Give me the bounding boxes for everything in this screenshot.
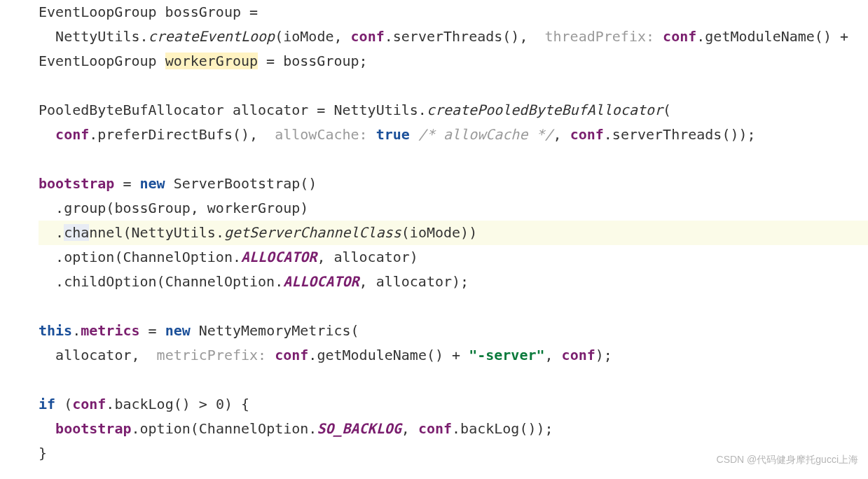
token-field: metrics [81, 322, 139, 339]
token-field: conf [351, 28, 385, 45]
token-field: conf [72, 396, 106, 412]
token-str: "-server" [469, 347, 544, 363]
token-field: conf [418, 420, 452, 437]
code-line[interactable]: PooledByteBufAllocator allocator = Netty… [39, 98, 868, 123]
token-field: conf [562, 347, 595, 363]
token-hint: threadPrefix: [545, 28, 655, 45]
code-editor[interactable]: EventLoopGroup bossGroup = NettyUtils.cr… [0, 0, 868, 466]
token-hint: allowCache: [275, 126, 367, 143]
code-line[interactable] [39, 147, 868, 172]
code-line[interactable]: .option(ChannelOption.ALLOCATOR, allocat… [39, 245, 868, 270]
code-line[interactable] [39, 368, 868, 392]
token-hint: metricPrefix: [157, 347, 267, 363]
code-line[interactable]: NettyUtils.createEventLoop(ioMode, conf.… [39, 25, 868, 49]
token-kw: new [165, 322, 191, 339]
token-kw: new [140, 175, 165, 192]
token-const: ALLOCATOR [241, 249, 317, 265]
token-field: bootstrap [39, 175, 114, 192]
token-const: ALLOCATOR [283, 273, 359, 290]
token-field: bootstrap [55, 420, 131, 437]
token-const: SO_BACKLOG [317, 420, 401, 437]
token-field: conf [570, 126, 604, 143]
code-line[interactable] [39, 294, 868, 319]
code-line[interactable]: .channel(NettyUtils.getServerChannelClas… [39, 221, 868, 245]
token-ital: createPooledByteBufAllocator [427, 102, 663, 118]
code-line[interactable]: this.metrics = new NettyMemoryMetrics( [39, 319, 868, 343]
code-line[interactable]: .group(bossGroup, workerGroup) [39, 196, 868, 221]
code-line[interactable]: EventLoopGroup bossGroup = [39, 0, 868, 25]
token-kw: this [39, 322, 72, 339]
code-line[interactable]: if (conf.backLog() > 0) { [39, 392, 868, 417]
code-line[interactable]: allocator, metricPrefix: conf.getModuleN… [39, 343, 868, 368]
token-field: conf [663, 28, 696, 45]
token-kw: if [39, 396, 55, 412]
token-field: conf [55, 126, 89, 143]
code-line[interactable]: EventLoopGroup workerGroup = bossGroup; [39, 49, 868, 74]
token-ital: getServerChannelClass [224, 224, 401, 241]
token-kw: true [376, 126, 410, 143]
code-line[interactable]: bootstrap.option(ChannelOption.SO_BACKLO… [39, 417, 868, 441]
token-cmt: /* allowCache */ [418, 126, 553, 143]
code-line[interactable]: bootstrap = new ServerBootstrap() [39, 172, 868, 196]
watermark: CSDN @代码健身摩托gucci上海 [717, 447, 858, 472]
token-ital: createEventLoop [149, 28, 275, 45]
token-caret-sel: cha [64, 224, 89, 241]
code-line[interactable]: conf.preferDirectBufs(), allowCache: tru… [39, 123, 868, 147]
token-hl-yellow: workerGroup [165, 53, 258, 69]
code-line[interactable] [39, 74, 868, 98]
token-field: conf [275, 347, 308, 363]
code-line[interactable]: .childOption(ChannelOption.ALLOCATOR, al… [39, 270, 868, 294]
